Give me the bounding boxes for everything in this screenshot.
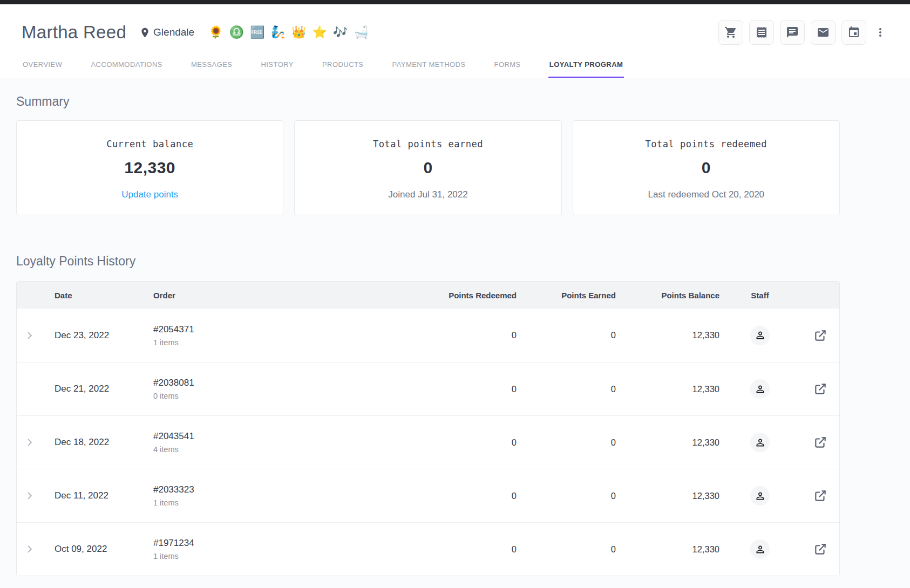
- joined-date-note: Joined Jul 31, 2022: [388, 189, 467, 200]
- tab-loyalty-program[interactable]: LOYALTY PROGRAM: [548, 56, 624, 78]
- tab-accommodations[interactable]: ACCOMMODATIONS: [90, 56, 163, 78]
- expand-chevron-icon[interactable]: [24, 490, 35, 501]
- points-redeemed-cell: 0: [405, 330, 517, 340]
- points-redeemed-value: 0: [702, 159, 711, 177]
- expand-chevron-icon[interactable]: [24, 544, 35, 555]
- points-earned-card: Total points earned 0 Joined Jul 31, 202…: [294, 120, 561, 215]
- points-redeemed-cell: 0: [405, 491, 517, 501]
- points-earned-cell: 0: [517, 384, 616, 394]
- points-balance-cell: 12,330: [616, 437, 719, 448]
- open-order-external-link-icon[interactable]: [813, 435, 827, 449]
- tab-messages[interactable]: MESSAGES: [190, 56, 234, 78]
- crown-emoji: 👑: [291, 26, 306, 38]
- table-row: Dec 21, 2022 #2038081 0 items 0 0 12,330: [17, 362, 839, 415]
- card-label: Current balance: [106, 139, 193, 149]
- libra-emoji: ♎: [229, 26, 244, 38]
- points-balance-cell: 12,330: [616, 544, 719, 555]
- column-header-points-balance: Points Balance: [616, 291, 719, 300]
- column-header-points-earned: Points Earned: [517, 291, 616, 300]
- receipt-icon: [755, 26, 768, 39]
- person-icon: [755, 330, 766, 341]
- points-redeemed-cell: 0: [405, 384, 517, 394]
- order-number: #1971234: [153, 538, 405, 549]
- person-icon: [755, 544, 766, 555]
- tab-history[interactable]: HISTORY: [260, 56, 294, 78]
- loyalty-history-table: Date Order Points Redeemed Points Earned…: [16, 281, 840, 576]
- points-earned-cell: 0: [517, 330, 616, 340]
- table-row: Dec 23, 2022 #2054371 1 items 0 0 12,330: [17, 309, 839, 362]
- mail-button[interactable]: [811, 20, 836, 45]
- order-number: #2043541: [153, 431, 405, 442]
- toolbar: [718, 20, 888, 45]
- card-label: Total points earned: [373, 139, 483, 149]
- order-number: #2033323: [153, 484, 405, 495]
- points-balance-cell: 12,330: [616, 384, 719, 394]
- top-bar: [0, 0, 910, 4]
- staff-avatar: [750, 539, 770, 559]
- history-section-title: Loyalty Points History: [16, 254, 840, 269]
- customer-header: Martha Reed Glendale 🌻♎🆓🧞👑⭐🎶🛁: [0, 4, 910, 78]
- table-row: Dec 11, 2022 #2033323 1 items 0 0 12,330: [17, 469, 839, 522]
- order-number: #2038081: [153, 378, 405, 388]
- tab-overview[interactable]: OVERVIEW: [22, 56, 63, 78]
- mail-icon: [817, 26, 830, 39]
- chat-button[interactable]: [780, 20, 805, 45]
- location-pin-icon: [139, 27, 151, 38]
- points-earned-cell: 0: [517, 437, 616, 448]
- order-items-count: 0 items: [153, 392, 405, 400]
- emoji-row: 🌻♎🆓🧞👑⭐🎶🛁: [208, 26, 369, 38]
- points-earned-value: 0: [423, 159, 432, 177]
- table-row: Oct 09, 2022 #1971234 1 items 0 0 12,330: [17, 522, 839, 576]
- column-header-points-redeemed: Points Redeemed: [405, 291, 517, 300]
- calendar-button[interactable]: [841, 20, 866, 45]
- chat-icon: [786, 26, 799, 39]
- open-order-external-link-icon[interactable]: [813, 382, 827, 396]
- tab-products[interactable]: PRODUCTS: [321, 56, 365, 78]
- star-emoji: ⭐: [312, 26, 327, 38]
- location-label: Glendale: [153, 26, 194, 38]
- main-content: Summary Current balance 12,330 Update po…: [0, 94, 910, 576]
- customer-name: Martha Reed: [22, 22, 126, 43]
- order-items-count: 1 items: [153, 552, 405, 560]
- expand-chevron-icon[interactable]: [24, 330, 35, 341]
- points-earned-cell: 0: [517, 491, 616, 501]
- column-header-staff: Staff: [719, 291, 800, 300]
- expand-chevron-icon[interactable]: [24, 437, 35, 448]
- person-icon: [755, 437, 766, 448]
- last-redeemed-note: Last redeemed Oct 20, 2020: [648, 189, 764, 200]
- genie-emoji: 🧞: [271, 26, 286, 38]
- staff-avatar: [750, 326, 770, 345]
- update-points-link[interactable]: Update points: [121, 189, 178, 200]
- open-order-external-link-icon[interactable]: [813, 542, 827, 556]
- order-number: #2054371: [153, 324, 405, 335]
- tab-forms[interactable]: FORMS: [493, 56, 522, 78]
- open-order-external-link-icon[interactable]: [813, 329, 827, 343]
- staff-avatar: [750, 433, 770, 452]
- row-date: Dec 11, 2022: [43, 490, 141, 501]
- row-date: Dec 18, 2022: [43, 437, 141, 448]
- kebab-menu-icon: [874, 26, 887, 39]
- cart-icon: [724, 26, 737, 39]
- more-options-button[interactable]: [872, 20, 888, 45]
- summary-cards: Current balance 12,330 Update points Tot…: [16, 120, 840, 215]
- row-date: Oct 09, 2022: [43, 544, 141, 555]
- points-redeemed-cell: 0: [405, 544, 517, 555]
- staff-avatar: [750, 379, 770, 399]
- points-balance-cell: 12,330: [616, 330, 719, 340]
- staff-avatar: [750, 486, 770, 505]
- order-items-count: 4 items: [153, 445, 405, 454]
- column-header-order: Order: [141, 291, 405, 300]
- table-header: Date Order Points Redeemed Points Earned…: [17, 282, 839, 309]
- tab-bar: OVERVIEWACCOMMODATIONSMESSAGESHISTORYPRO…: [22, 56, 888, 78]
- row-date: Dec 21, 2022: [43, 384, 141, 394]
- person-icon: [755, 490, 766, 502]
- order-items-count: 1 items: [153, 338, 405, 347]
- receipt-button[interactable]: [749, 20, 774, 45]
- cart-button[interactable]: [718, 20, 743, 45]
- order-items-count: 1 items: [153, 498, 405, 507]
- summary-section-title: Summary: [16, 94, 840, 109]
- free-badge-emoji: 🆓: [250, 26, 264, 38]
- open-order-external-link-icon[interactable]: [813, 489, 827, 503]
- column-header-date: Date: [43, 291, 141, 300]
- tab-payment-methods[interactable]: PAYMENT METHODS: [391, 56, 467, 78]
